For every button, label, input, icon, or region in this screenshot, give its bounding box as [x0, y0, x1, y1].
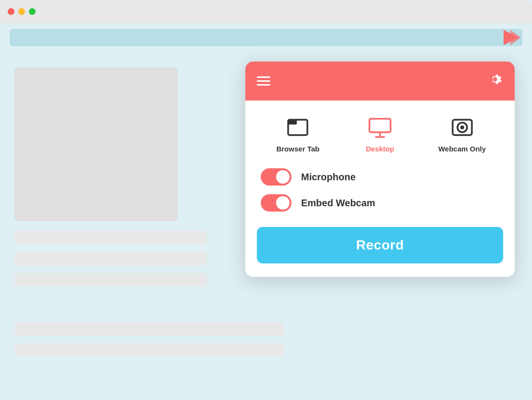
mode-browser-tab[interactable]: Browser Tab	[274, 115, 322, 153]
microphone-toggle[interactable]	[261, 168, 291, 186]
hamburger-menu-button[interactable]	[257, 76, 270, 86]
hamburger-line-1	[257, 76, 270, 78]
screencast-icon-button[interactable]	[498, 27, 522, 48]
desktop-icon	[367, 115, 393, 140]
mode-options: Browser Tab Desktop Webcam Only	[257, 115, 503, 153]
mode-browser-tab-label: Browser Tab	[276, 145, 319, 153]
popup-body: Browser Tab Desktop Webcam Only	[245, 100, 515, 277]
webcam-icon	[450, 115, 475, 140]
svg-marker-1	[510, 30, 521, 45]
settings-button[interactable]	[487, 71, 503, 91]
embed-webcam-label: Embed Webcam	[301, 198, 375, 209]
close-button[interactable]	[8, 8, 14, 15]
svg-rect-4	[369, 119, 391, 132]
microphone-slider	[261, 168, 291, 186]
maximize-button[interactable]	[29, 8, 36, 15]
microphone-label: Microphone	[301, 172, 355, 183]
content-line-5	[14, 343, 284, 357]
recording-popup: Browser Tab Desktop Webcam Only	[245, 62, 515, 277]
hamburger-line-2	[257, 80, 270, 82]
svg-rect-3	[288, 120, 297, 125]
mode-webcam-only-label: Webcam Only	[438, 145, 486, 153]
embed-webcam-toggle[interactable]	[261, 194, 291, 212]
record-button[interactable]: Record	[257, 227, 503, 263]
svg-point-9	[460, 125, 464, 129]
content-line-1	[14, 231, 207, 244]
mode-desktop-label: Desktop	[366, 145, 394, 153]
mode-webcam-only[interactable]: Webcam Only	[438, 115, 486, 153]
browser-tab-icon	[285, 115, 310, 140]
mode-desktop[interactable]: Desktop	[356, 115, 404, 153]
content-line-4	[14, 322, 284, 336]
microphone-row: Microphone	[261, 168, 499, 186]
content-line-2	[14, 252, 207, 265]
screencast-logo-icon	[500, 27, 521, 48]
embed-webcam-row: Embed Webcam	[261, 194, 499, 212]
minimize-button[interactable]	[18, 8, 25, 15]
toggle-options: Microphone Embed Webcam	[257, 168, 503, 212]
popup-header	[245, 62, 515, 100]
sidebar-placeholder	[14, 67, 178, 221]
gear-icon	[487, 71, 503, 88]
embed-webcam-slider	[261, 194, 291, 212]
address-bar[interactable]	[10, 29, 522, 46]
hamburger-line-3	[257, 84, 270, 86]
content-line-3	[14, 273, 207, 287]
window-chrome	[0, 0, 532, 23]
